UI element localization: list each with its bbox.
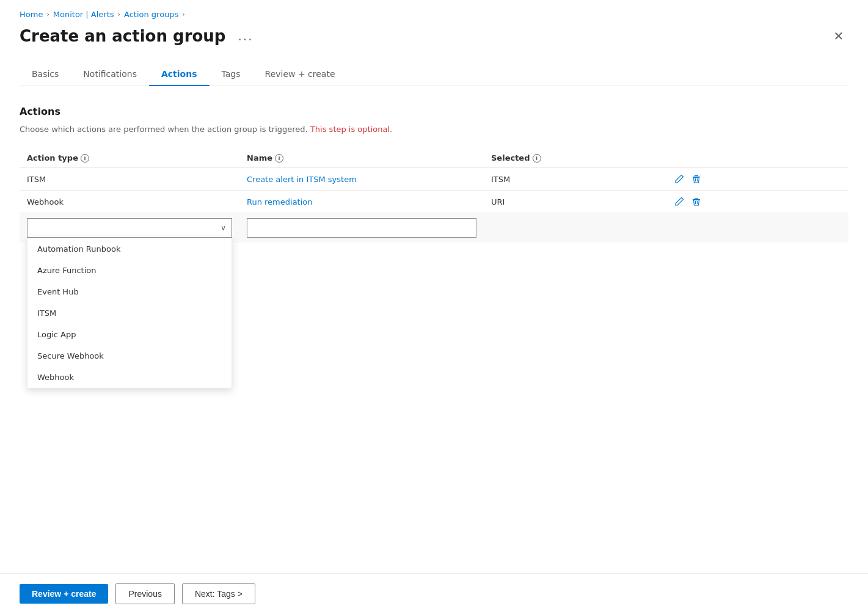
selected-info-icon: i (533, 154, 541, 163)
actions-table: Action type i Name i Selected i ITSM Cre… (20, 148, 848, 243)
tab-basics[interactable]: Basics (20, 63, 71, 86)
row1-delete-button[interactable] (691, 174, 701, 184)
dropdown-option-itsm[interactable]: ITSM (27, 302, 232, 324)
breadcrumb-action-groups[interactable]: Action groups (124, 10, 178, 19)
breadcrumb-chevron-1: › (46, 10, 49, 18)
tab-tags[interactable]: Tags (210, 63, 253, 86)
row1-action-type: ITSM (20, 175, 239, 184)
breadcrumb: Home › Monitor | Alerts › Action groups … (20, 10, 848, 19)
review-create-button[interactable]: Review + create (20, 584, 108, 604)
row2-actions (667, 197, 848, 206)
more-options-button[interactable]: ... (233, 26, 258, 46)
table-row: ITSM Create alert in ITSM system ITSM (20, 168, 848, 191)
breadcrumb-monitor-alerts[interactable]: Monitor | Alerts (53, 10, 114, 19)
section-title: Actions (20, 106, 848, 117)
row1-name[interactable]: Create alert in ITSM system (239, 175, 484, 184)
action-name-input-wrapper (239, 213, 484, 243)
breadcrumb-chevron-2: › (118, 10, 120, 18)
previous-button[interactable]: Previous (115, 583, 174, 604)
header-actions-col (667, 153, 848, 163)
table-header: Action type i Name i Selected i (20, 148, 848, 168)
close-button[interactable]: ✕ (829, 26, 848, 46)
header-selected: Selected i (484, 153, 667, 163)
footer-bar: Review + create Previous Next: Tags > (0, 573, 868, 614)
dropdown-option-secure-webhook[interactable]: Secure Webhook (27, 345, 232, 367)
row1-selected: ITSM (484, 175, 667, 184)
page-title-row: Create an action group ... (20, 26, 258, 46)
dropdown-option-event-hub[interactable]: Event Hub (27, 281, 232, 302)
dropdown-option-webhook[interactable]: Webhook (27, 367, 232, 388)
row1-edit-button[interactable] (674, 174, 684, 184)
tab-actions[interactable]: Actions (149, 63, 210, 86)
row1-actions (667, 174, 848, 184)
tab-review-create[interactable]: Review + create (253, 63, 348, 86)
row2-action-type: Webhook (20, 197, 239, 206)
dropdown-option-automation-runbook[interactable]: Automation Runbook (27, 238, 232, 260)
header-name: Name i (239, 153, 484, 163)
action-type-dropdown-menu: Automation Runbook Azure Function Event … (27, 238, 232, 389)
page-title: Create an action group (20, 27, 225, 45)
action-type-dropdown[interactable]: Automation Runbook Azure Function Event … (27, 218, 232, 238)
table-row: Webhook Run remediation URI (20, 191, 848, 213)
name-info-icon: i (275, 154, 283, 163)
dropdown-option-azure-function[interactable]: Azure Function (27, 260, 232, 281)
tab-notifications[interactable]: Notifications (71, 63, 149, 86)
section-description: Choose which actions are performed when … (20, 125, 848, 134)
row2-edit-button[interactable] (674, 197, 684, 206)
next-tags-button[interactable]: Next: Tags > (182, 583, 255, 604)
breadcrumb-home[interactable]: Home (20, 10, 43, 19)
svg-rect-5 (695, 198, 698, 199)
breadcrumb-chevron-3: › (182, 10, 184, 18)
action-type-info-icon: i (81, 154, 89, 163)
optional-link: This step is optional. (310, 125, 392, 134)
row2-name[interactable]: Run remediation (239, 197, 484, 206)
header-action-type: Action type i (20, 153, 239, 163)
row2-delete-button[interactable] (691, 197, 701, 206)
row2-selected: URI (484, 197, 667, 206)
svg-rect-1 (695, 175, 698, 176)
dropdown-option-logic-app[interactable]: Logic App (27, 324, 232, 345)
action-type-dropdown-wrapper: Automation Runbook Azure Function Event … (20, 213, 239, 243)
tab-bar: Basics Notifications Actions Tags Review… (20, 63, 848, 86)
new-action-row: Automation Runbook Azure Function Event … (20, 213, 848, 243)
page-header: Create an action group ... ✕ (20, 26, 848, 46)
action-name-input[interactable] (247, 218, 476, 238)
